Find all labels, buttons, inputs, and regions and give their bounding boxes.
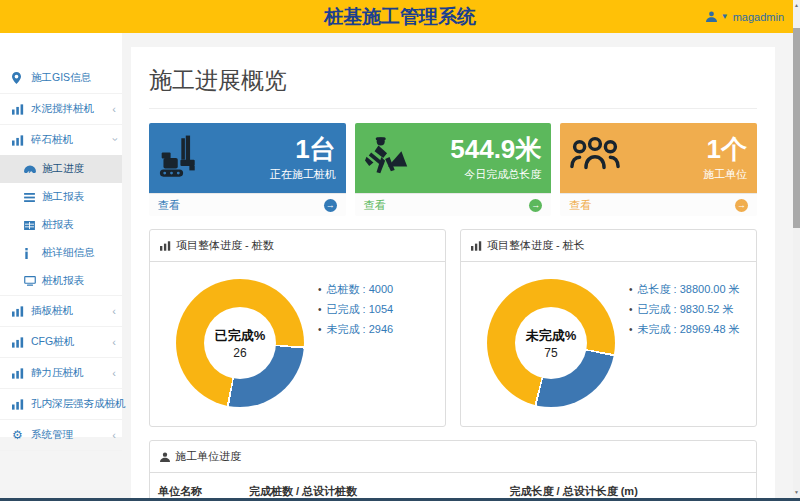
chevron-left-icon: ‹ (112, 305, 116, 317)
panel-header: 项目整体进度 - 桩数 (150, 230, 445, 262)
top-header: 桩基施工管理系统 ▼ magadmin (0, 0, 800, 33)
bar-chart-icon (12, 367, 25, 379)
view-link-label: 查看 (158, 198, 180, 213)
legend-item: •未完成 : 2946 (318, 322, 393, 337)
legend-item: •未完成 : 28969.48 米 (629, 322, 740, 337)
chart-legend: •总长度 : 38800.00 米 •已完成 : 9830.52 米 •未完成 … (629, 282, 740, 342)
scroll-down-arrow[interactable]: ▼ (793, 487, 800, 497)
vertical-scrollbar[interactable]: ▲ ▼ (793, 0, 800, 501)
card-body: 544.9米 今日完成总长度 (355, 123, 552, 193)
stat-cards-row: 1台 正在施工桩机 查看 → (149, 123, 757, 216)
user-menu[interactable]: ▼ magadmin (706, 0, 784, 33)
legend-item: •已完成 : 1054 (318, 302, 393, 317)
scroll-up-arrow[interactable]: ▲ (793, 0, 800, 10)
chevron-down-icon: ‹ (108, 138, 120, 142)
panel-title: 项目整体进度 - 桩长 (487, 238, 585, 253)
card-body: 1个 施工单位 (560, 123, 757, 193)
bar-chart-icon (471, 241, 482, 251)
worker-digging-icon (365, 134, 411, 182)
legend-text: 已完成 : 1054 (327, 303, 394, 315)
sidebar-item-label: 水泥搅拌桩机 (31, 102, 94, 116)
sidebar-item-cfg-pile[interactable]: CFG桩机 ‹ (0, 327, 122, 358)
donut-center-label: 未完成% (526, 327, 577, 345)
card-view-link[interactable]: 查看 → (560, 193, 757, 216)
table-icon (24, 220, 36, 231)
sidebar-item-label: 静力压桩机 (31, 366, 84, 380)
sidebar-item-gis[interactable]: 施工GIS信息 (0, 63, 122, 94)
legend-text: 未完成 : 28969.48 米 (638, 323, 740, 335)
user-name: magadmin (733, 11, 784, 23)
sidebar-item-label: 插板桩机 (31, 304, 73, 318)
sidebar-subitem-pile-detail[interactable]: 桩详细信息 (0, 239, 122, 267)
list-icon (24, 192, 36, 203)
bullet-icon: • (318, 324, 322, 335)
donut-center: 未完成% 75 (515, 307, 587, 379)
sidebar-subitem-label: 桩机报表 (42, 274, 84, 288)
main-content: 施工进展概览 1台 正在施工桩机 查看 → (131, 47, 775, 501)
panel-unit-progress: 施工单位进度 单位名称 完成桩数 / 总设计桩数 完成长度 / 总设计长度 (m… (149, 440, 757, 501)
panel-title: 项目整体进度 - 桩数 (176, 238, 274, 253)
chevron-left-icon: ‹ (112, 367, 116, 379)
card-view-link[interactable]: 查看 → (355, 193, 552, 216)
arrow-circle-icon: → (529, 199, 542, 212)
sidebar-subitem-pile-report[interactable]: 桩报表 (0, 211, 122, 239)
card-view-link[interactable]: 查看 → (149, 193, 346, 216)
panel-body: 未完成% 75 •总长度 : 38800.00 米 •已完成 : 9830.52… (461, 262, 756, 426)
table-header-row: 单位名称 完成桩数 / 总设计桩数 完成长度 / 总设计长度 (m) (150, 473, 756, 501)
sidebar-item-plate-pile[interactable]: 插板桩机 ‹ (0, 296, 122, 327)
sidebar-submenu: 施工进度 施工报表 桩报表 桩详细信息 桩机报表 (0, 155, 122, 296)
card-active-machines: 1台 正在施工桩机 查看 → (149, 123, 346, 216)
sidebar-item-label: CFG桩机 (31, 335, 74, 349)
card-body: 1台 正在施工桩机 (149, 123, 346, 193)
users-group-icon (570, 134, 620, 178)
sidebar-subitem-label: 施工进度 (42, 162, 84, 176)
sidebar-subitem-machine-report[interactable]: 桩机报表 (0, 267, 122, 295)
person-icon (160, 452, 170, 462)
panel-progress-pile-length: 项目整体进度 - 桩长 未完成% 75 •总长度 : 38800.00 米 •已… (460, 229, 757, 427)
sidebar-item-gravel-pile[interactable]: 碎石桩机 ‹ (0, 125, 122, 155)
sidebar-subitem-label: 桩详细信息 (42, 246, 95, 260)
column-header-unit-name: 单位名称 (150, 473, 241, 501)
sidebar-item-label: 施工GIS信息 (31, 71, 91, 85)
legend-item: •总长度 : 38800.00 米 (629, 282, 740, 297)
legend-item: •已完成 : 9830.52 米 (629, 302, 740, 317)
sidebar-subitem-progress[interactable]: 施工进度 (0, 155, 122, 183)
donut-center-value: 75 (544, 346, 557, 360)
panel-body: 已完成% 26 •总桩数 : 4000 •已完成 : 1054 •未完成 : 2… (150, 262, 445, 426)
legend-text: 已完成 : 9830.52 米 (638, 303, 734, 315)
title-divider (149, 108, 757, 109)
sidebar-subitem-label: 桩报表 (42, 218, 74, 232)
app-title: 桩基施工管理系统 (0, 0, 800, 33)
arrow-circle-icon: → (324, 199, 337, 212)
donut-chart-pile-count: 已完成% 26 (176, 279, 304, 407)
bullet-icon: • (318, 284, 322, 295)
bar-chart-icon (12, 398, 25, 410)
view-link-label: 查看 (364, 198, 386, 213)
bullet-icon: • (629, 324, 633, 335)
sidebar-item-system-admin[interactable]: ⚙ 系统管理 ‹ (0, 420, 122, 451)
donut-center-label: 已完成% (215, 327, 266, 345)
sidebar-item-cement-mixer[interactable]: 水泥搅拌桩机 ‹ (0, 94, 122, 125)
arrow-circle-icon: → (735, 199, 748, 212)
bullet-icon: • (629, 304, 633, 315)
sidebar-subitem-report[interactable]: 施工报表 (0, 183, 122, 211)
user-icon (706, 11, 717, 22)
chart-legend: •总桩数 : 4000 •已完成 : 1054 •未完成 : 2946 (318, 282, 393, 342)
chevron-left-icon: ‹ (112, 336, 116, 348)
bullet-icon: • (629, 284, 633, 295)
sidebar-item-label: 孔内深层强夯成桩机 (31, 397, 126, 411)
scrollbar-thumb[interactable] (793, 28, 800, 228)
donut-center-value: 26 (233, 346, 246, 360)
pile-driver-icon (159, 134, 209, 184)
sidebar-item-static-press[interactable]: 静力压桩机 ‹ (0, 358, 122, 389)
column-header-pile-count: 完成桩数 / 总设计桩数 (241, 473, 502, 501)
sidebar: 施工GIS信息 水泥搅拌桩机 ‹ 碎石桩机 ‹ 施工进度 施工报表 (0, 33, 122, 437)
card-construction-units: 1个 施工单位 查看 → (560, 123, 757, 216)
bullet-icon: • (318, 304, 322, 315)
info-icon (24, 248, 36, 259)
sidebar-item-deep-ram[interactable]: 孔内深层强夯成桩机 ‹ (0, 389, 122, 420)
caret-down-icon: ▼ (721, 12, 729, 21)
chevron-left-icon: ‹ (112, 103, 116, 115)
page-title: 施工进展概览 (149, 65, 757, 96)
panel-header: 施工单位进度 (150, 441, 756, 473)
